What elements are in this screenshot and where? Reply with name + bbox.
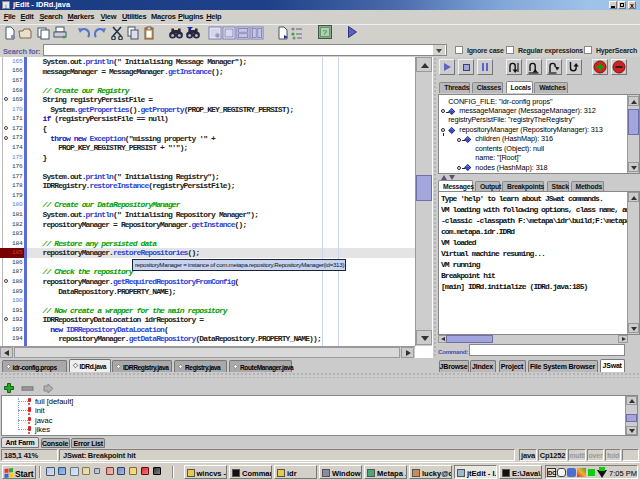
- svg-text:?: ?: [323, 28, 328, 37]
